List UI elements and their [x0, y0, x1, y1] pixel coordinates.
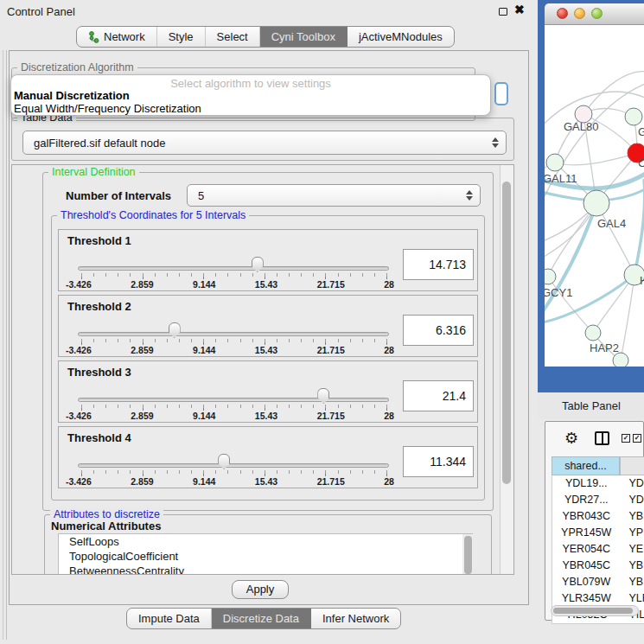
dropdown-hint: Select algorithm to view settings — [14, 77, 488, 89]
table-row[interactable]: YER054CYER0 — [552, 541, 644, 558]
table-hscrollbar[interactable] — [551, 605, 639, 616]
table-cell: YPR1 — [620, 525, 644, 541]
columns-icon[interactable] — [595, 431, 609, 445]
table-cell: YBL079W — [552, 574, 620, 590]
node-gal4[interactable] — [583, 190, 609, 216]
tick-label: 9.144 — [193, 279, 215, 290]
tick-label: 21.715 — [317, 345, 345, 355]
node-partial[interactable] — [613, 353, 628, 367]
node-gal11[interactable] — [546, 154, 564, 171]
num-intervals-combobox[interactable]: 5 — [187, 184, 481, 207]
threshold-label: Threshold 4 — [67, 431, 131, 444]
close-traffic-light-icon[interactable] — [557, 8, 568, 19]
threshold-3-panel: Threshold 3 -3.4262.8599.14415.4321.7152… — [58, 360, 478, 423]
threshold-2-slider-thumb[interactable] — [169, 322, 181, 338]
node-hap2[interactable] — [585, 325, 601, 341]
table-panel-header: Table Panel — [538, 392, 644, 418]
tick-label: 9.144 — [193, 345, 215, 355]
table-cell: YER054C — [552, 541, 620, 558]
close-icon[interactable]: ✖ — [514, 3, 525, 16]
tab-style[interactable]: Style — [157, 27, 206, 47]
table-cell: YDL19... — [552, 475, 620, 492]
algorithm-dropdown-popup: Select algorithm to view settings Manual… — [10, 74, 491, 116]
table-hscrollbar-thumb[interactable] — [553, 608, 633, 614]
table-data-combobox[interactable]: galFiltered.sif default node — [22, 131, 507, 155]
tick-label: 28 — [384, 411, 394, 421]
attributes-scrollbar-thumb[interactable] — [464, 536, 472, 574]
attributes-list[interactable]: SelfLoopsTopologicalCoefficientBetweenne… — [58, 533, 473, 575]
tab-label: Cyni Toolbox — [271, 30, 335, 43]
float-window-icon[interactable] — [499, 8, 507, 16]
tick-label: 9.144 — [193, 411, 215, 421]
attribute-list-item[interactable]: TopologicalCoefficient — [59, 549, 472, 564]
table-row[interactable]: YBR043CYBR0 — [552, 508, 644, 525]
tab-network[interactable]: Network — [77, 27, 157, 47]
tick-label: 2.859 — [131, 411, 153, 421]
dropdown-option-equal-width[interactable]: Equal Width/Frequency Discretization — [14, 102, 488, 115]
table-cell: YDR2 — [620, 492, 644, 508]
tick-label: 2.859 — [131, 279, 153, 290]
attribute-list-item[interactable]: SelfLoops — [59, 534, 472, 549]
tick-label: 9.144 — [193, 476, 215, 487]
network-view-canvas[interactable]: GAL80 G C GAL11 GAL4 GCY1 H HAP2 — [545, 25, 644, 367]
tab-label: Network — [104, 30, 145, 43]
tab-cyni-toolbox[interactable]: Cyni Toolbox — [260, 27, 348, 47]
tick-label: -3.426 — [66, 279, 92, 290]
panel-title: Control Panel — [7, 5, 75, 18]
slider-ticks — [81, 405, 387, 408]
group-title: Threshold's Coordinates for 5 Intervals — [57, 209, 249, 221]
group-title: Discretization Algorithm — [17, 61, 137, 73]
tab-jactivemnodules[interactable]: jActiveMNodules — [348, 27, 454, 47]
threshold-3-slider-thumb[interactable] — [317, 388, 329, 404]
node-g[interactable] — [625, 108, 642, 125]
tick-label: 15.43 — [255, 279, 277, 290]
column-header-shared[interactable]: shared... — [552, 456, 620, 475]
settings-scrollpane: Interval Definition Number of Intervals … — [11, 164, 514, 575]
gear-icon[interactable]: ⚙ — [564, 430, 578, 446]
table-body: YDL19...YDL1YDR27...YDR2YBR043CYBR0YPR14… — [552, 475, 644, 624]
tick-label: 15.43 — [255, 411, 277, 421]
tab-impute-data[interactable]: Impute Data — [127, 609, 212, 628]
table-cell: YBR0 — [620, 558, 644, 574]
threshold-2-panel: Threshold 2 -3.4262.8599.14415.4321.7152… — [58, 295, 478, 357]
table-cell: YBR0 — [620, 508, 644, 525]
node-label: GAL80 — [564, 120, 598, 133]
tab-label: Select — [217, 30, 248, 43]
threshold-3-value-field[interactable]: 21.4 — [403, 380, 474, 411]
threshold-1-slider-thumb[interactable] — [252, 257, 264, 272]
tick-label: -3.426 — [66, 345, 92, 355]
threshold-4-value-field[interactable]: 11.344 — [403, 446, 474, 477]
tick-label: 2.859 — [131, 476, 153, 487]
table-header-row: shared... n — [552, 456, 644, 475]
num-intervals-label: Number of Intervals — [66, 189, 171, 202]
table-row[interactable]: YBL079WYBL0 — [552, 574, 644, 590]
tab-discretize-data[interactable]: Discretize Data — [212, 609, 311, 628]
apply-button[interactable]: Apply — [232, 580, 289, 599]
table-row[interactable]: YDL19...YDL1 — [552, 475, 644, 492]
algorithm-combobox-edge[interactable] — [494, 82, 508, 105]
tick-label: 21.715 — [317, 279, 345, 290]
checkbox-icon[interactable]: ✓ — [622, 434, 630, 443]
threshold-1-panel: Threshold 1 -3.4262.8599.14415.4321.7152… — [58, 229, 478, 291]
tab-label: Discretize Data — [223, 612, 299, 625]
checkbox-icon[interactable]: ✓ — [633, 434, 641, 443]
tab-select[interactable]: Select — [206, 27, 260, 47]
node-gcy1[interactable] — [545, 269, 556, 284]
slider-ticks — [81, 339, 387, 342]
zoom-traffic-light-icon[interactable] — [591, 8, 603, 19]
table-row[interactable]: YDR27...YDR2 — [552, 492, 644, 508]
column-header-name[interactable]: n — [620, 456, 644, 475]
dropdown-option-manual[interactable]: Manual Discretization — [14, 89, 488, 102]
panel-scrollbar-thumb[interactable] — [502, 182, 511, 484]
minimize-traffic-light-icon[interactable] — [574, 8, 585, 19]
group-title: Interval Definition — [48, 166, 139, 178]
attribute-list-item[interactable]: BetweennessCentrality — [59, 564, 472, 575]
table-cell: YBR043C — [552, 508, 620, 525]
threshold-2-value-field[interactable]: 6.316 — [403, 315, 474, 346]
threshold-4-slider-thumb[interactable] — [218, 454, 230, 469]
table-row[interactable]: YBR045CYBR0 — [552, 558, 644, 574]
combobox-value: 5 — [198, 189, 204, 202]
table-row[interactable]: YPR145WYPR1 — [552, 525, 644, 541]
threshold-1-value-field[interactable]: 14.713 — [403, 249, 474, 280]
tab-infer-network[interactable]: Infer Network — [311, 609, 400, 628]
